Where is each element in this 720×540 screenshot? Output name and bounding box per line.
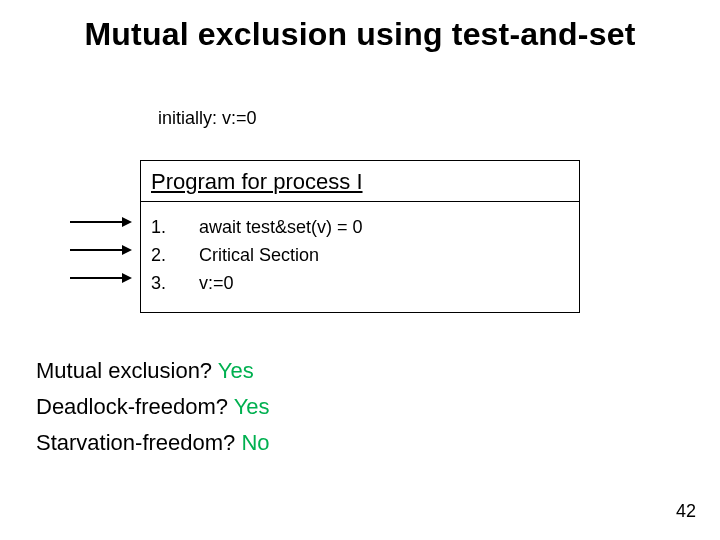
line-number: 2.: [151, 242, 199, 270]
arrow-icon: [70, 277, 130, 279]
deadlock-freedom-answer: Yes: [234, 394, 270, 419]
code-line: 3. v:=0: [151, 270, 569, 298]
page-number: 42: [676, 501, 696, 522]
code-line: 1. await test&set(v) = 0: [151, 214, 569, 242]
code-line: 2. Critical Section: [151, 242, 569, 270]
slide: Mutual exclusion using test-and-set init…: [0, 0, 720, 540]
starvation-freedom-answer: No: [241, 430, 269, 455]
line-text: v:=0: [199, 270, 234, 298]
program-body: 1. await test&set(v) = 0 2. Critical Sec…: [141, 202, 579, 312]
deadlock-freedom-label: Deadlock-freedom?: [36, 394, 228, 419]
line-text: await test&set(v) = 0: [199, 214, 363, 242]
deadlock-freedom-row: Deadlock-freedom? Yes: [36, 394, 270, 420]
initial-condition: initially: v:=0: [158, 108, 257, 129]
arrow-icon: [70, 221, 130, 223]
mutual-exclusion-row: Mutual exclusion? Yes: [36, 358, 270, 384]
starvation-freedom-label: Starvation-freedom?: [36, 430, 235, 455]
mutual-exclusion-answer: Yes: [218, 358, 254, 383]
line-text: Critical Section: [199, 242, 319, 270]
line-number: 3.: [151, 270, 199, 298]
line-number: 1.: [151, 214, 199, 242]
properties-block: Mutual exclusion? Yes Deadlock-freedom? …: [36, 358, 270, 466]
program-header: Program for process I: [141, 161, 579, 202]
starvation-freedom-row: Starvation-freedom? No: [36, 430, 270, 456]
slide-title: Mutual exclusion using test-and-set: [0, 16, 720, 53]
mutual-exclusion-label: Mutual exclusion?: [36, 358, 212, 383]
arrow-icon: [70, 249, 130, 251]
program-box: Program for process I 1. await test&set(…: [140, 160, 580, 313]
